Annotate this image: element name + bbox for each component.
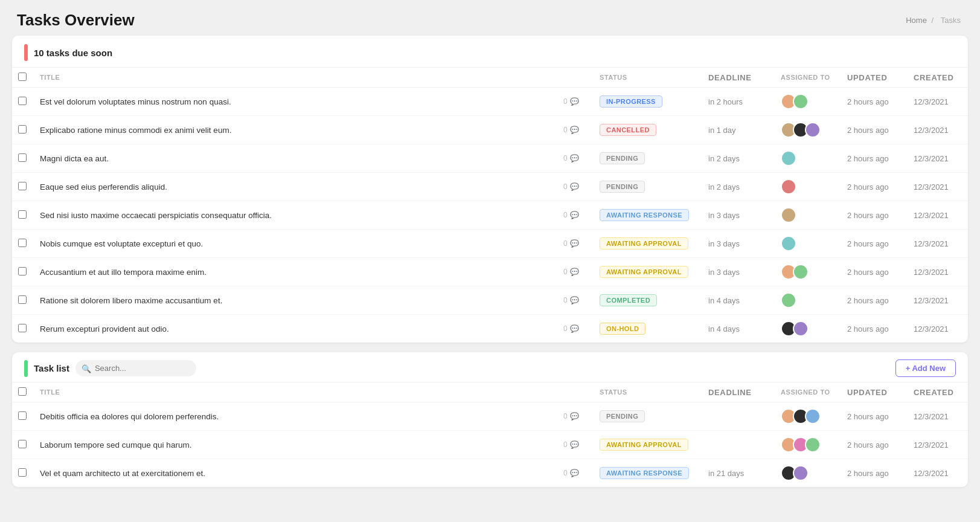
row-checkbox[interactable] [18, 295, 27, 304]
comment-count: 0 💬 [563, 296, 588, 304]
row-checkbox[interactable] [18, 440, 27, 448]
row-checkbox[interactable] [18, 182, 27, 190]
search-input[interactable] [75, 360, 196, 376]
table-row: Sed nisi iusto maxime occaecati perspici… [12, 201, 968, 230]
updated-cell: 2 hours ago [841, 431, 908, 459]
search-wrapper: 🔍 [75, 360, 196, 376]
row-checkbox[interactable] [18, 468, 27, 477]
row-checkbox[interactable] [18, 411, 27, 420]
updated-cell: 2 hours ago [841, 258, 908, 286]
row-checkbox[interactable] [18, 153, 27, 162]
row-checkbox[interactable] [18, 97, 27, 105]
comment-icon: 💬 [570, 268, 579, 276]
due-soon-table: TITLE STATUS DEADLINE ASSIGNED TO UPDATE… [12, 67, 968, 343]
created-cell: 12/3/2021 [908, 230, 968, 258]
table-row: Est vel dolorum voluptates minus nostrum… [12, 88, 968, 116]
status-badge: AWAITING RESPONSE [600, 209, 689, 221]
task-title[interactable]: Vel et quam architecto ut at exercitatio… [40, 469, 205, 478]
table-row: Rerum excepturi provident aut odio. 0 💬 … [12, 315, 968, 343]
breadcrumb: Home / Tasks [906, 16, 963, 25]
created-cell: 12/3/2021 [908, 286, 968, 315]
comment-count: 0 💬 [563, 97, 588, 106]
comment-icon: 💬 [570, 440, 579, 449]
table-row: Debitis officia ea dolores qui dolorem p… [12, 402, 968, 431]
created-cell: 12/3/2021 [908, 431, 968, 459]
add-new-button[interactable]: + Add New [895, 359, 956, 377]
avatar [781, 150, 796, 166]
tl-col-header-deadline: DEADLINE [702, 382, 775, 402]
updated-cell: 2 hours ago [841, 144, 908, 173]
comment-count: 0 💬 [563, 154, 588, 163]
updated-cell: 2 hours ago [841, 116, 908, 144]
status-badge: AWAITING RESPONSE [600, 467, 689, 479]
table-row: Accusantium et aut illo tempora maxime e… [12, 258, 968, 286]
comment-icon: 💬 [570, 211, 579, 219]
deadline-cell: in 4 days [702, 315, 775, 343]
task-title[interactable]: Explicabo ratione minus commodi ex animi… [40, 126, 231, 135]
avatar [805, 122, 821, 138]
comment-count: 0 💬 [563, 440, 588, 449]
task-title[interactable]: Eaque sed eius perferendis aliquid. [40, 182, 167, 192]
avatar [781, 179, 796, 195]
row-checkbox[interactable] [18, 210, 27, 219]
status-badge: CANCELLED [600, 124, 656, 136]
comment-icon: 💬 [570, 126, 579, 134]
task-title[interactable]: Rerum excepturi provident aut odio. [40, 324, 169, 334]
due-soon-title: 10 tasks due soon [34, 48, 112, 58]
comment-icon: 💬 [570, 296, 579, 304]
created-cell: 12/3/2021 [908, 402, 968, 431]
due-soon-indicator [24, 44, 28, 61]
status-badge: AWAITING APPROVAL [600, 237, 688, 250]
assigned-avatars [781, 236, 835, 251]
created-cell: 12/3/2021 [908, 459, 968, 488]
breadcrumb-home[interactable]: Home [906, 16, 927, 25]
task-title[interactable]: Magni dicta ea aut. [40, 154, 109, 163]
assigned-avatars [781, 150, 835, 166]
table-row: Vel et quam architecto ut at exercitatio… [12, 459, 968, 488]
tl-col-header-title: TITLE [34, 382, 557, 402]
status-badge: PENDING [600, 410, 645, 422]
avatar [781, 292, 796, 308]
row-checkbox[interactable] [18, 125, 27, 134]
task-title[interactable]: Debitis officia ea dolores qui dolorem p… [40, 412, 219, 421]
task-title[interactable]: Est vel dolorum voluptates minus nostrum… [40, 97, 231, 106]
task-title[interactable]: Nobis cumque est voluptate excepturi et … [40, 239, 203, 248]
comment-count: 0 💬 [563, 126, 588, 134]
updated-cell: 2 hours ago [841, 402, 908, 431]
deadline-cell: in 2 days [702, 173, 775, 201]
avatar [781, 207, 796, 223]
updated-cell: 2 hours ago [841, 315, 908, 343]
status-badge: AWAITING APPROVAL [600, 439, 688, 451]
select-all-tasks[interactable] [18, 387, 27, 396]
updated-cell: 2 hours ago [841, 173, 908, 201]
created-cell: 12/3/2021 [908, 116, 968, 144]
col-header-deadline: DEADLINE [702, 68, 775, 88]
row-checkbox[interactable] [18, 324, 27, 332]
avatar [805, 408, 821, 424]
due-soon-header: 10 tasks due soon [12, 36, 968, 67]
task-list-title: Task list [34, 363, 69, 373]
avatar [781, 236, 796, 251]
comment-count: 0 💬 [563, 412, 588, 420]
assigned-avatars [781, 179, 835, 195]
task-title[interactable]: Sed nisi iusto maxime occaecati perspici… [40, 211, 272, 220]
assigned-avatars [781, 264, 835, 280]
search-icon: 🔍 [82, 364, 91, 373]
created-cell: 12/3/2021 [908, 315, 968, 343]
row-checkbox[interactable] [18, 267, 27, 276]
table-row: Ratione sit dolorem libero maxime accusa… [12, 286, 968, 315]
deadline-cell: in 4 days [702, 286, 775, 315]
col-header-title: TITLE [34, 68, 557, 88]
status-badge: PENDING [600, 181, 645, 193]
select-all-due[interactable] [18, 72, 27, 81]
status-badge: ON-HOLD [600, 323, 645, 335]
deadline-cell [702, 431, 775, 459]
task-title[interactable]: Laborum tempore sed cumque qui harum. [40, 440, 191, 450]
task-title[interactable]: Ratione sit dolorem libero maxime accusa… [40, 296, 222, 305]
status-badge: IN-PROGRESS [600, 95, 662, 108]
task-title[interactable]: Accusantium et aut illo tempora maxime e… [40, 268, 207, 277]
assigned-avatars [781, 321, 835, 337]
row-checkbox[interactable] [18, 239, 27, 247]
breadcrumb-separator: / [932, 16, 934, 25]
assigned-avatars [781, 292, 835, 308]
